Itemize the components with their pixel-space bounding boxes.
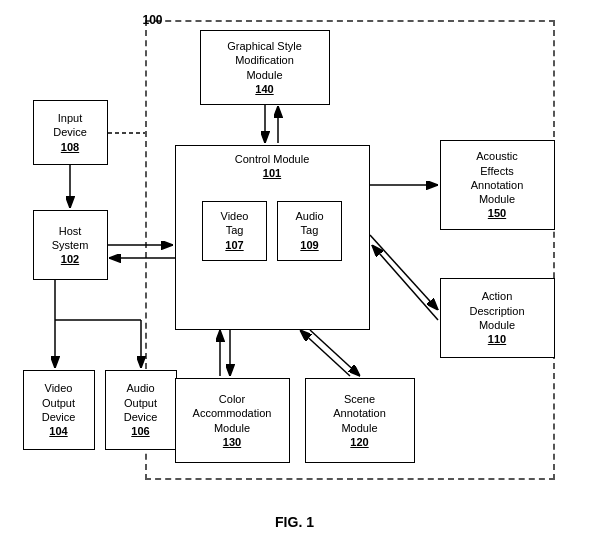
host-system-box: Host System 102 (33, 210, 108, 280)
diagram: 100 Input Device 108 Host System 102 Vid… (15, 10, 575, 510)
audio-output-box: Audio Output Device 106 (105, 370, 177, 450)
input-device-label: Input Device (53, 111, 87, 140)
graphical-style-box: Graphical Style Modification Module 140 (200, 30, 330, 105)
video-tag-label: Video Tag (221, 209, 249, 238)
acoustic-effects-label: Acoustic Effects Annotation Module (471, 149, 524, 206)
scene-annotation-label: Scene Annotation Module (333, 392, 386, 435)
host-system-label: Host System (52, 224, 89, 253)
acoustic-effects-box: Acoustic Effects Annotation Module 150 (440, 140, 555, 230)
audio-output-num: 106 (131, 424, 149, 438)
scene-annotation-box: Scene Annotation Module 120 (305, 378, 415, 463)
video-tag-num: 107 (225, 238, 243, 252)
video-output-num: 104 (49, 424, 67, 438)
video-output-box: Video Output Device 104 (23, 370, 95, 450)
color-accommodation-box: Color Accommodation Module 130 (175, 378, 290, 463)
acoustic-effects-num: 150 (488, 206, 506, 220)
audio-tag-num: 109 (300, 238, 318, 252)
video-tag-box: Video Tag 107 (202, 201, 267, 261)
color-accommodation-num: 130 (223, 435, 241, 449)
host-system-num: 102 (61, 252, 79, 266)
audio-tag-label: Audio Tag (295, 209, 323, 238)
action-description-label: Action Description Module (469, 289, 524, 332)
video-output-label: Video Output Device (42, 381, 76, 424)
input-device-num: 108 (61, 140, 79, 154)
system-label: 100 (143, 13, 163, 27)
action-description-num: 110 (488, 332, 506, 346)
color-accommodation-label: Color Accommodation Module (193, 392, 272, 435)
fig-label: FIG. 1 (275, 514, 314, 530)
control-module-num: 101 (263, 166, 281, 180)
graphical-style-num: 140 (255, 82, 273, 96)
control-module-box: Control Module 101 Video Tag 107 Audio T… (175, 145, 370, 330)
action-description-box: Action Description Module 110 (440, 278, 555, 358)
scene-annotation-num: 120 (350, 435, 368, 449)
input-device-box: Input Device 108 (33, 100, 108, 165)
audio-output-label: Audio Output Device (124, 381, 158, 424)
audio-tag-box: Audio Tag 109 (277, 201, 342, 261)
control-module-label: Control Module (235, 152, 310, 166)
graphical-style-label: Graphical Style Modification Module (227, 39, 302, 82)
